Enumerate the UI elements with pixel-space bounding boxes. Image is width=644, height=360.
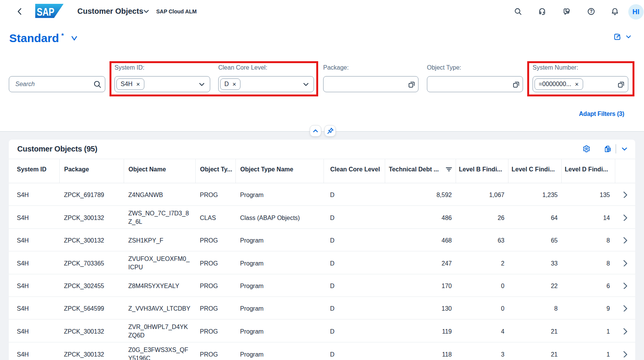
svg-text:SAP: SAP bbox=[37, 5, 54, 18]
svg-text:?: ? bbox=[590, 9, 593, 14]
